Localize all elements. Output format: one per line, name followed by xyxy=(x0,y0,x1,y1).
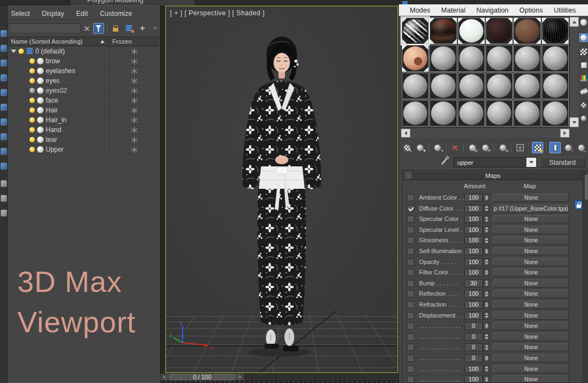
material-sample-slot[interactable] xyxy=(486,100,513,127)
map-slot-button[interactable]: None xyxy=(493,258,569,266)
scene-object-row[interactable]: eyes02 xyxy=(8,86,159,95)
make-material-copy-icon[interactable]: ↻ xyxy=(466,142,478,153)
map-enable-checkbox[interactable] xyxy=(407,248,414,255)
visibility-bulb-icon[interactable] xyxy=(29,58,35,64)
material-sample-slot[interactable] xyxy=(486,73,513,99)
map-amount-field[interactable]: 100 xyxy=(464,268,483,277)
material-sample-slot[interactable] xyxy=(513,73,541,99)
visibility-bulb-icon[interactable] xyxy=(29,147,35,152)
make-preview-icon[interactable] xyxy=(579,87,588,95)
map-enable-checkbox[interactable] xyxy=(407,259,414,266)
perspective-viewport[interactable]: z y x xyxy=(165,5,398,373)
amount-spinner[interactable] xyxy=(483,290,489,298)
dock-icon-3[interactable] xyxy=(1,59,7,67)
get-material-icon[interactable]: ↖ xyxy=(401,142,413,153)
lock-ambient-diffuse-icon[interactable] xyxy=(574,200,583,210)
sample-slots-horizontal-scrollbar[interactable] xyxy=(401,129,569,137)
column-header-name[interactable]: Name (Sorted Ascending) xyxy=(11,38,83,45)
lock-icon[interactable] xyxy=(110,23,121,34)
map-slot-button[interactable]: None xyxy=(493,343,569,351)
menu-utilities[interactable]: Utilities xyxy=(548,7,581,14)
map-slot-button[interactable]: None xyxy=(493,279,569,288)
map-slot-button[interactable]: None xyxy=(493,290,569,298)
scene-object-row[interactable]: Hand xyxy=(8,125,159,135)
column-header-frozen[interactable]: Frozen xyxy=(112,38,132,45)
map-slot-button[interactable]: None xyxy=(493,236,569,244)
map-enable-checkbox[interactable] xyxy=(407,355,414,362)
map-enable-checkbox[interactable] xyxy=(407,194,414,201)
amount-spinner[interactable] xyxy=(483,205,489,213)
map-slot-button[interactable]: None xyxy=(493,354,569,362)
map-slot-button[interactable]: None xyxy=(493,268,569,277)
amount-spinner[interactable] xyxy=(483,268,489,277)
menu-select[interactable]: Select xyxy=(11,10,30,17)
map-enable-checkbox[interactable] xyxy=(407,290,414,297)
map-amount-field[interactable]: 100 xyxy=(464,236,483,244)
amount-spinner[interactable] xyxy=(483,375,489,383)
maps-vertical-scrollbar[interactable] xyxy=(584,170,588,383)
material-sample-slot[interactable] xyxy=(542,17,569,44)
assign-material-to-selection-icon[interactable]: ▪ xyxy=(432,142,443,153)
go-to-parent-icon[interactable]: ↑ xyxy=(562,142,574,153)
map-slot-button[interactable]: None xyxy=(493,247,569,255)
map-enable-checkbox[interactable] xyxy=(407,216,414,223)
menu-modes[interactable]: Modes xyxy=(404,7,436,14)
sample-type-icon[interactable] xyxy=(579,18,588,27)
previous-frame-button[interactable]: < xyxy=(161,374,168,380)
map-amount-field[interactable]: 100 xyxy=(464,312,483,320)
material-sample-slot[interactable] xyxy=(402,100,429,127)
map-amount-field[interactable]: 100 xyxy=(464,215,483,223)
map-amount-field[interactable]: 100 xyxy=(464,365,483,373)
material-sample-slot[interactable] xyxy=(542,73,569,99)
material-sample-slot[interactable] xyxy=(458,45,485,71)
map-amount-field[interactable]: 0 xyxy=(464,333,483,341)
map-slot-button[interactable]: None xyxy=(493,226,569,234)
amount-spinner[interactable] xyxy=(483,301,489,309)
map-enable-checkbox[interactable] xyxy=(407,205,414,212)
next-frame-button[interactable]: > xyxy=(236,374,244,380)
material-sample-slot[interactable] xyxy=(429,73,457,99)
dock-icon-2[interactable] xyxy=(1,45,7,52)
map-enable-checkbox[interactable] xyxy=(407,366,414,373)
map-enable-checkbox[interactable] xyxy=(407,237,414,244)
map-amount-field[interactable]: 30 xyxy=(464,279,483,288)
menu-navigation[interactable]: Navigation xyxy=(471,7,514,14)
amount-spinner[interactable] xyxy=(483,258,489,266)
frozen-snowflake-icon[interactable] xyxy=(131,146,138,155)
map-amount-field[interactable]: 100 xyxy=(464,301,483,309)
menu-edit[interactable]: Edit xyxy=(76,10,88,17)
map-slot-button[interactable]: None xyxy=(493,301,569,309)
material-sample-slot[interactable] xyxy=(513,45,541,71)
scene-object-row[interactable]: brow xyxy=(8,56,159,66)
amount-spinner[interactable] xyxy=(483,226,489,234)
add-layer-button[interactable]: + xyxy=(137,23,148,34)
show-end-result-icon[interactable] xyxy=(549,142,561,153)
amount-spinner[interactable] xyxy=(483,312,489,320)
pick-material-from-object-icon[interactable] xyxy=(441,158,448,165)
material-name-dropdown[interactable]: upper xyxy=(453,157,537,167)
visibility-bulb-icon[interactable] xyxy=(29,78,35,83)
backlight-icon[interactable] xyxy=(579,33,588,42)
map-amount-field[interactable]: 0 xyxy=(464,343,483,351)
track-bar-ruler[interactable] xyxy=(161,380,398,383)
map-enable-checkbox[interactable] xyxy=(407,269,414,276)
put-to-library-icon[interactable]: ≡ xyxy=(497,142,508,153)
map-slot-button[interactable]: None xyxy=(493,365,569,373)
amount-spinner[interactable] xyxy=(483,333,489,341)
scroll-up-button[interactable] xyxy=(569,17,579,27)
map-slot-button[interactable]: None xyxy=(493,375,569,383)
material-sample-slot[interactable] xyxy=(458,17,485,44)
material-sample-slot[interactable] xyxy=(402,73,429,99)
scroll-down-button[interactable] xyxy=(569,117,579,127)
show-shaded-material-in-viewport-icon[interactable] xyxy=(532,142,543,153)
map-enable-checkbox[interactable] xyxy=(407,376,414,383)
map-enable-checkbox[interactable] xyxy=(407,322,414,330)
amount-spinner[interactable] xyxy=(483,365,489,373)
map-amount-field[interactable]: 100 xyxy=(464,194,483,202)
material-id-channel-icon[interactable]: 0 xyxy=(514,142,526,153)
scene-object-row[interactable]: 0 (default) xyxy=(8,46,159,56)
maps-rollout-header[interactable]: - Maps xyxy=(403,171,583,180)
visibility-bulb-icon[interactable] xyxy=(29,117,35,123)
amount-spinner[interactable] xyxy=(483,215,489,223)
material-sample-slot[interactable] xyxy=(486,17,513,44)
